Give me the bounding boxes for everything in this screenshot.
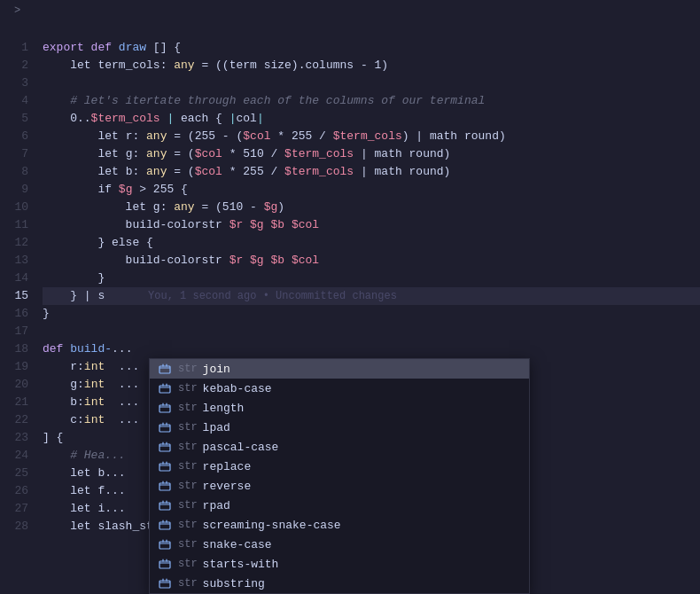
line-number-22: 22 — [0, 411, 28, 429]
ac-item-type: str — [178, 480, 198, 492]
line-number-24: 24 — [0, 447, 28, 465]
autocomplete-item-replace[interactable]: strreplace — [150, 457, 529, 476]
ac-item-label: screaming-snake-case — [203, 519, 341, 532]
svg-rect-6 — [159, 483, 170, 490]
ac-item-label: starts-with — [203, 558, 279, 571]
svg-rect-9 — [159, 542, 170, 549]
autocomplete-item-join[interactable]: strjoin — [150, 359, 529, 379]
svg-rect-10 — [159, 561, 170, 568]
ac-item-type: str — [178, 519, 198, 531]
svg-rect-8 — [159, 522, 170, 529]
autocomplete-item-kebab-case[interactable]: strkebab-case — [150, 379, 529, 398]
svg-rect-5 — [159, 464, 170, 471]
svg-rect-2 — [159, 405, 170, 412]
str-icon — [157, 380, 173, 396]
autocomplete-item-snake-case[interactable]: strsnake-case — [150, 535, 529, 554]
code-line-7: let g: any = ($col * 510 / $term_cols | … — [43, 145, 700, 163]
autocomplete-dropdown: strjoin strkebab-case strlength strlpad … — [149, 358, 530, 594]
ac-item-type: str — [178, 460, 198, 473]
ac-item-type: str — [178, 363, 198, 375]
ac-item-label: rpad — [203, 499, 230, 512]
autocomplete-item-rpad[interactable]: strrpad — [150, 496, 529, 515]
line-numbers: 1234567891011121314151617181920212223242… — [0, 39, 35, 594]
line-number-1: 1 — [0, 39, 28, 57]
code-line-9: if $g > 255 { — [43, 181, 700, 199]
line-number-10: 10 — [0, 199, 28, 216]
code-line-10: let g: any = (510 - $g) — [43, 199, 700, 216]
line-number-23: 23 — [0, 429, 28, 447]
str-icon — [157, 497, 173, 513]
line-number-13: 13 — [0, 252, 28, 270]
ac-item-type: str — [178, 558, 198, 570]
svg-rect-11 — [159, 581, 170, 588]
str-icon — [157, 419, 173, 435]
code-line-16: } — [43, 305, 700, 323]
line-number-11: 11 — [0, 216, 28, 234]
line-number-19: 19 — [0, 358, 28, 376]
code-line-17 — [43, 323, 700, 340]
code-line-11: build-colorstr $r $g $b $col — [43, 216, 700, 234]
line-number-2: 2 — [0, 57, 28, 74]
line-number-3: 3 — [0, 74, 28, 92]
autocomplete-item-starts-with[interactable]: strstarts-with — [150, 554, 529, 574]
autocomplete-item-lpad[interactable]: strlpad — [150, 418, 529, 437]
svg-rect-0 — [159, 366, 170, 373]
autocomplete-item-reverse[interactable]: strreverse — [150, 476, 529, 496]
code-line-15: } | s You, 1 second ago • Uncommitted ch… — [43, 287, 700, 305]
ac-item-label: pascal-case — [203, 441, 279, 454]
svg-rect-7 — [159, 503, 170, 510]
svg-rect-4 — [159, 444, 170, 451]
line-number-27: 27 — [0, 500, 28, 518]
str-icon — [157, 556, 173, 572]
line-number-8: 8 — [0, 163, 28, 181]
str-icon — [157, 400, 173, 416]
str-icon — [157, 536, 173, 552]
str-icon — [157, 478, 173, 494]
breadcrumb-sep1: > — [14, 4, 20, 17]
code-line-2: let term_cols: any = ((term size).column… — [43, 57, 700, 74]
editor: 1234567891011121314151617181920212223242… — [0, 39, 700, 594]
line-number-21: 21 — [0, 394, 28, 411]
code-line-3 — [43, 74, 700, 92]
line-number-9: 9 — [0, 181, 28, 199]
str-icon — [157, 458, 173, 474]
line-number-15: 15 — [0, 287, 28, 305]
line-number-7: 7 — [0, 145, 28, 163]
ac-item-type: str — [178, 441, 198, 453]
ac-item-label: reverse — [203, 480, 252, 493]
line-number-6: 6 — [0, 128, 28, 145]
code-line-14: } — [43, 270, 700, 287]
ac-item-type: str — [178, 421, 198, 434]
code-line-8: let b: any = ($col * 255 / $term_cols | … — [43, 163, 700, 181]
line-number-26: 26 — [0, 482, 28, 500]
ac-item-label: substring — [203, 577, 265, 590]
ac-item-label: length — [203, 402, 245, 415]
line-number-12: 12 — [0, 234, 28, 252]
ac-item-label: snake-case — [203, 538, 272, 551]
svg-rect-1 — [159, 386, 170, 393]
line-number-14: 14 — [0, 270, 28, 287]
line-number-20: 20 — [0, 376, 28, 394]
breadcrumb: > — [0, 0, 700, 21]
code-line-13: build-colorstr $r $g $b $col — [43, 252, 700, 270]
line-number-5: 5 — [0, 110, 28, 128]
autocomplete-item-substring[interactable]: strsubstring — [150, 574, 529, 593]
blame-header — [0, 21, 700, 39]
ac-item-label: replace — [203, 460, 252, 473]
ac-item-label: lpad — [203, 421, 230, 434]
autocomplete-item-length[interactable]: strlength — [150, 398, 529, 418]
ac-item-label: join — [203, 363, 230, 376]
line-number-17: 17 — [0, 323, 28, 340]
ac-item-type: str — [178, 499, 198, 512]
str-icon — [157, 575, 173, 591]
ac-item-type: str — [178, 402, 198, 414]
code-line-1: export def draw [] { — [43, 39, 700, 57]
code-line-5: 0..$term_cols | each { |col| — [43, 110, 700, 128]
autocomplete-item-screaming-snake-case[interactable]: strscreaming-snake-case — [150, 515, 529, 535]
str-icon — [157, 517, 173, 533]
code-line-6: let r: any = (255 - ($col * 255 / $term_… — [43, 128, 700, 145]
line-number-25: 25 — [0, 465, 28, 482]
autocomplete-item-pascal-case[interactable]: strpascal-case — [150, 437, 529, 457]
code-line-4: # let's itertate through each of the col… — [43, 92, 700, 110]
svg-rect-3 — [159, 425, 170, 432]
